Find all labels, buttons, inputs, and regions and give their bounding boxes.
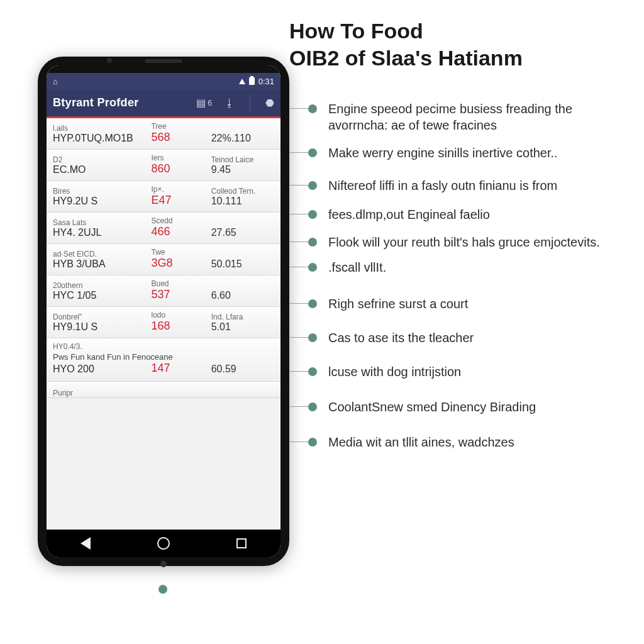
android-navbar bbox=[47, 530, 280, 557]
page-heading: How To Food OIB2 of Slaa's Hatianm bbox=[289, 18, 523, 71]
bullet-icon bbox=[308, 299, 317, 308]
signal-icon bbox=[239, 79, 245, 84]
bullet-icon bbox=[158, 585, 167, 594]
recents-button[interactable] bbox=[231, 533, 252, 553]
table-row[interactable]: Sasa Lats HY4. 2UJL Scedd 466 27.65 bbox=[47, 213, 280, 244]
table-row[interactable]: l.ails HYP.0TUQ.MO1B Tree 568 22%.110 bbox=[47, 118, 280, 150]
annotation: Media wit an tllit aines, wadchzes bbox=[328, 434, 514, 450]
row-code: HYP.0TUQ.MO1B bbox=[53, 133, 147, 144]
android-statusbar: ⌂ 0:31 bbox=[47, 73, 280, 89]
annotation: Make werry engine sinills inertive cothe… bbox=[328, 145, 558, 161]
annotation: lcuse with dog intrijstion bbox=[328, 364, 461, 380]
row-value: 568 bbox=[151, 131, 207, 144]
bullet-icon bbox=[308, 438, 317, 447]
row-subtitle: Pws Fun kand Fun in Fenoceane bbox=[53, 352, 274, 362]
table-row[interactable]: ad·Set EICD. HYB 3/UBA Twe 3G8 50.015 bbox=[47, 244, 280, 275]
table-row[interactable]: Puripr bbox=[47, 382, 280, 398]
download-icon[interactable]: ⭳ bbox=[225, 97, 235, 109]
earpiece bbox=[145, 59, 182, 63]
annotation: Flook will your reuth bilt's hals gruce … bbox=[328, 234, 600, 250]
back-button[interactable] bbox=[75, 533, 96, 553]
table-row[interactable]: Bires HY9.2U S Ip×. E47 Colleod Tern. 10… bbox=[47, 181, 280, 213]
app-bar: Btyrant Profder ▤6 ⭳ ⬣ bbox=[47, 89, 280, 118]
phone-frame: ⌂ 0:31 Btyrant Profder ▤6 ⭳ ⬣ l.ails HYP bbox=[38, 57, 289, 566]
screen: ⌂ 0:31 Btyrant Profder ▤6 ⭳ ⬣ l.ails HYP bbox=[47, 65, 280, 557]
row-number: 22%.110 bbox=[211, 133, 274, 144]
bullet-icon bbox=[308, 238, 317, 247]
annotation: .fscall vllIt. bbox=[328, 259, 386, 275]
separator bbox=[250, 95, 250, 111]
clock: 0:31 bbox=[258, 77, 274, 86]
heading-line2: OIB2 of Slaa's Hatianm bbox=[289, 45, 523, 72]
annotation: Righ sefrine surst a court bbox=[328, 296, 468, 312]
table-row[interactable]: HY0.4/3. Pws Fun kand Fun in Fenoceane H… bbox=[47, 338, 280, 382]
annotation-list: Engine speeod pecime busiess freading th… bbox=[308, 101, 629, 457]
row-label: l.ails bbox=[53, 124, 147, 133]
home-icon: ⌂ bbox=[53, 77, 58, 86]
annotation: fees.dlmp,out Engineal faelio bbox=[328, 206, 490, 223]
front-camera bbox=[107, 58, 112, 63]
table-row[interactable]: Donbrel" HY9.1U S lodo 168 Ind. Lfara 5.… bbox=[47, 307, 280, 338]
list-icon[interactable]: ▤6 bbox=[196, 97, 212, 109]
battery-icon bbox=[249, 77, 255, 85]
annotation: CoolantSnew smed Dinency Birading bbox=[328, 399, 536, 415]
bullet-icon bbox=[308, 181, 317, 190]
phone-chin-dot bbox=[160, 561, 167, 567]
data-list[interactable]: l.ails HYP.0TUQ.MO1B Tree 568 22%.110 D2… bbox=[47, 118, 280, 530]
shield-icon[interactable]: ⬣ bbox=[265, 97, 274, 109]
table-row[interactable]: 20othern HYC 1/05 Bued 537 6.60 bbox=[47, 275, 280, 307]
app-title: Btyrant Profder bbox=[53, 96, 196, 109]
bezel-top bbox=[47, 65, 280, 73]
bullet-icon bbox=[308, 402, 317, 411]
bullet-icon bbox=[308, 263, 317, 272]
home-button[interactable] bbox=[153, 533, 174, 553]
bullet-icon bbox=[308, 104, 317, 113]
annotation: Cas to ase its the tleacher bbox=[328, 330, 474, 346]
bullet-icon bbox=[308, 148, 317, 157]
bullet-icon bbox=[308, 333, 317, 342]
heading-line1: How To Food bbox=[289, 18, 523, 45]
annotation: Niftereof liffi in a fasly outn finianu … bbox=[328, 177, 557, 194]
bullet-icon bbox=[308, 367, 317, 376]
bullet-icon bbox=[308, 210, 317, 219]
table-row[interactable]: D2 EC.MO Iers 860 Teinod Laice 9.45 bbox=[47, 150, 280, 181]
annotation: Engine speeod pecime busiess freading th… bbox=[328, 101, 629, 133]
